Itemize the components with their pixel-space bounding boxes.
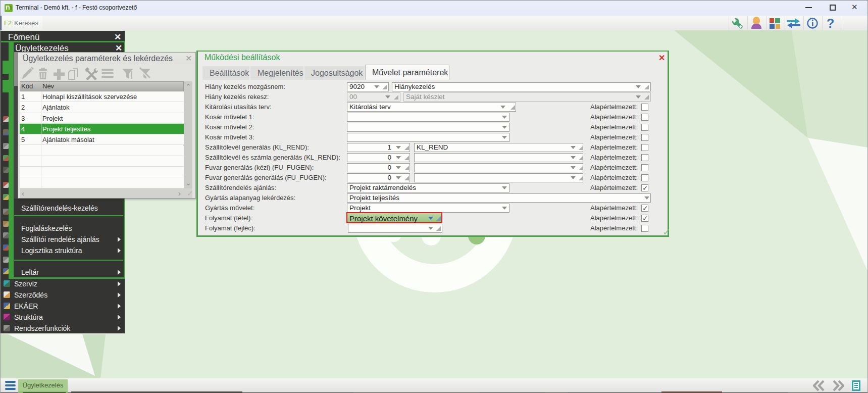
svg-text:?: ? — [827, 16, 834, 30]
